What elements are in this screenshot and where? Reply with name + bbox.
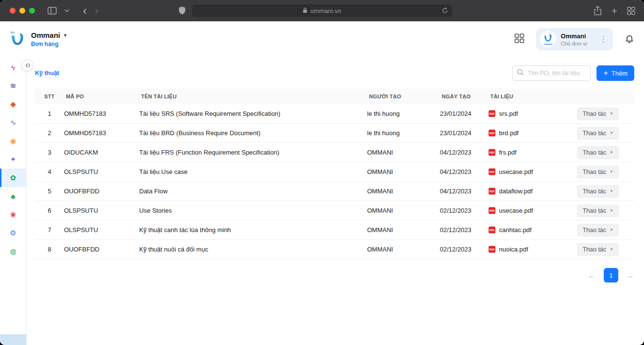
thao-tac-button[interactable]: Thao tác ▼	[577, 224, 619, 236]
sidebar-app-seed[interactable]: ◉	[0, 132, 26, 150]
sidebar-app-purple[interactable]: ✦	[0, 150, 26, 169]
cell-nguoi-tao: OMMANI	[367, 188, 440, 195]
cell-ma-po: OLSPSUTU	[64, 226, 139, 234]
column-header: STT	[35, 94, 64, 99]
caret-down-icon: ▼	[610, 208, 613, 213]
sidebar-app-flower[interactable]: ❀	[0, 205, 26, 224]
column-header: NGƯỜI TẠO	[367, 94, 440, 99]
sidebar-collapse-button[interactable]	[21, 60, 33, 71]
thao-tac-button[interactable]: Thao tác ▼	[577, 185, 619, 198]
svg-text:PDF: PDF	[489, 190, 495, 193]
thao-tac-button[interactable]: Thao tác ▼	[577, 243, 619, 256]
thao-tac-button[interactable]: Thao tác ▼	[577, 108, 619, 120]
sidebar-toggle-icon[interactable]	[48, 7, 57, 15]
cell-ma-po: OUOFBFDD	[64, 246, 139, 253]
new-tab-icon[interactable]: +	[612, 6, 617, 16]
cell-ten-tai-lieu: Tài liệu Use case	[139, 168, 367, 175]
app-icon: ϟ	[11, 63, 15, 72]
minimize-window-button[interactable]	[19, 8, 25, 14]
svg-text:PDF: PDF	[489, 151, 495, 154]
privacy-shield-icon[interactable]	[178, 6, 186, 16]
search-input[interactable]	[527, 69, 586, 77]
user-role: Chủ đơn vị	[561, 41, 587, 47]
pagination-prev-icon[interactable]: ←	[588, 271, 596, 280]
file-name-link[interactable]: canhtac.pdf	[499, 226, 531, 234]
file-name-link[interactable]: nuoica.pdf	[499, 246, 528, 253]
cell-stt: 1	[35, 110, 64, 117]
notifications-bell-icon[interactable]	[625, 33, 634, 46]
svg-text:PDF: PDF	[489, 209, 495, 212]
search-icon	[517, 69, 524, 78]
thao-tac-button[interactable]: Thao tác ▼	[577, 166, 619, 178]
user-chip[interactable]: OMMANI Ommani Chủ đơn vị ⋮	[536, 28, 613, 50]
sidebar-app-water[interactable]: ∿	[0, 113, 26, 132]
thao-tac-button[interactable]: Thao tác ▼	[577, 204, 619, 217]
svg-text:PDF: PDF	[489, 112, 495, 115]
caret-down-icon: ▼	[610, 131, 613, 135]
chevron-down-icon[interactable]	[64, 9, 69, 13]
column-header: TÀI LIỆU	[488, 94, 576, 99]
cell-ngay-tao: 23/01/2024	[440, 110, 488, 117]
browser-toolbar: ‹ › ommani.vn +	[0, 0, 644, 21]
sidebar-app-gear[interactable]: ⚙	[0, 224, 26, 242]
cell-tai-lieu: PDF canhtac.pdf	[488, 226, 576, 234]
file-name-link[interactable]: frs.pdf	[499, 149, 516, 156]
cell-ngay-tao: 02/12/2023	[440, 226, 488, 234]
lock-icon	[303, 7, 307, 15]
back-button[interactable]: ‹	[83, 5, 87, 16]
pagination-page-1[interactable]: 1	[604, 268, 618, 282]
caret-down-icon: ▼	[610, 247, 613, 251]
address-bar[interactable]: ommani.vn	[192, 4, 452, 17]
close-window-button[interactable]	[10, 8, 16, 14]
sidebar-app-ky-thuat[interactable]: ✿	[0, 169, 26, 187]
reload-icon[interactable]	[442, 7, 448, 15]
file-name-link[interactable]: usecase.pdf	[499, 207, 533, 214]
share-icon[interactable]	[594, 6, 602, 16]
sidebar-app-layers[interactable]: ≋	[0, 77, 26, 95]
forward-button[interactable]: ›	[95, 5, 98, 16]
cell-nguoi-tao: OMMANI	[367, 246, 440, 253]
file-name-link[interactable]: dataflow.pdf	[499, 188, 532, 195]
svg-text:360: 360	[10, 31, 15, 34]
app-title-dropdown[interactable]: Ommani ▼	[31, 31, 67, 39]
add-button[interactable]: + Thêm	[596, 65, 634, 81]
Tài liệu SRS (Software Requirement Specification): 1 OMMHD57183 Tài liệu SRS (Software Requ…	[35, 104, 634, 124]
thao-tac-button[interactable]: Thao tác ▼	[577, 146, 619, 159]
caret-down-icon: ▼	[610, 170, 613, 174]
pdf-icon: PDF	[488, 246, 496, 253]
chip-menu-icon[interactable]: ⋮	[600, 35, 607, 44]
file-name-link[interactable]: brd.pdf	[499, 129, 518, 137]
cell-ten-tai-lieu: Data Flow	[139, 188, 367, 195]
cell-ten-tai-lieu: Kỹ thuật nuôi cá đối mục	[139, 246, 367, 253]
file-name-link[interactable]: usecase.pdf	[499, 168, 533, 175]
cell-nguoi-tao: le thi huong	[367, 110, 440, 117]
sidebar-app-market[interactable]: ◆	[0, 95, 26, 113]
pagination-next-icon[interactable]: →	[626, 271, 634, 280]
app-icon: ≋	[10, 81, 16, 90]
cell-nguoi-tao: OMMANI	[367, 168, 440, 175]
cell-stt: 4	[35, 168, 64, 175]
cell-ngay-tao: 04/12/2023	[440, 149, 488, 156]
app-icon: ⚙	[10, 229, 16, 237]
apps-grid-icon[interactable]	[515, 33, 524, 45]
zoom-window-button[interactable]	[29, 8, 35, 14]
app-icon: ◍	[10, 247, 16, 256]
page-subtitle: Đơn hàng	[31, 41, 67, 47]
sidebar-app-circle[interactable]: ◍	[0, 242, 26, 261]
file-name-link[interactable]: srs.pdf	[499, 110, 518, 117]
Kỹ thuật nuôi cá đối mục: 8 OUOFBFDD Kỹ thuật nuôi cá đối mục OMMA…	[35, 240, 634, 259]
Tài liệu Use case: 4 OLSPSUTU Tài liệu Use case OMMANI 04/1…	[35, 162, 634, 182]
svg-text:PDF: PDF	[489, 229, 495, 232]
tab-overview-icon[interactable]	[627, 7, 635, 15]
cell-tai-lieu: PDF frs.pdf	[488, 149, 576, 156]
cell-ma-po: OLSPSUTU	[64, 168, 139, 175]
Tài liệu FRS (Function Requirement Specification): 3 OIDUCAKM Tài liệu FRS (Function Requir…	[35, 143, 634, 162]
user-name: Ommani	[561, 32, 587, 40]
cell-ma-po: OUOFBFDD	[64, 188, 139, 195]
app-header: 360 Ommani ▼ Đơn hàng	[0, 21, 644, 57]
sidebar-app-tree[interactable]: ♣	[0, 187, 26, 205]
cell-ten-tai-lieu: Tài liệu FRS (Function Requirement Speci…	[139, 149, 367, 156]
cell-ngay-tao: 23/01/2024	[440, 129, 488, 137]
app-icon: ❀	[10, 210, 16, 219]
thao-tac-button[interactable]: Thao tác ▼	[577, 127, 619, 140]
